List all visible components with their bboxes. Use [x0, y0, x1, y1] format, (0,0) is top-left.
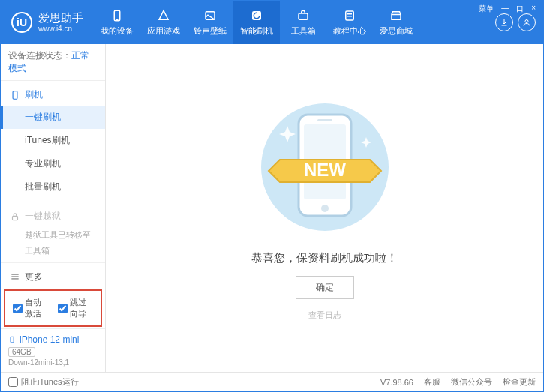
nav-apps[interactable]: 应用游戏 — [140, 1, 187, 44]
svg-rect-20 — [317, 119, 332, 121]
svg-rect-11 — [13, 216, 18, 220]
success-message: 恭喜您，保资料刷机成功啦！ — [251, 251, 398, 265]
ok-button[interactable]: 确定 — [296, 276, 354, 299]
footer-link-support[interactable]: 客服 — [424, 376, 440, 388]
device-block[interactable]: iPhone 12 mini 64GB Down-12mini-13,1 — [1, 328, 105, 372]
sidebar-menu: 刷机 一键刷机 iTunes刷机 专业刷机 批量刷机 一键越狱 越狱工具已转移至… — [1, 81, 105, 288]
svg-point-19 — [321, 205, 329, 212]
app-url: www.i4.cn — [38, 25, 83, 33]
nav-label: 爱思商城 — [380, 25, 413, 37]
view-log-link[interactable]: 查看日志 — [308, 310, 341, 321]
main-content: NEW 恭喜您，保资料刷机成功啦！ 确定 查看日志 — [106, 44, 543, 372]
apps-icon — [157, 9, 170, 22]
footer-link-wechat[interactable]: 微信公众号 — [451, 376, 492, 388]
footer: 阻止iTunes运行 V7.98.66 客服 微信公众号 检查更新 — [1, 372, 543, 391]
menu-btn[interactable]: 菜单 — [477, 4, 495, 14]
svg-point-9 — [525, 20, 528, 23]
maximize-btn[interactable]: 口 — [515, 4, 525, 14]
nav-label: 我的设备 — [101, 25, 134, 37]
connection-label: 设备连接状态： — [8, 50, 71, 61]
logo-icon: iU — [11, 12, 32, 33]
window-controls: 菜单 — 口 × — [477, 4, 537, 14]
wallpaper-icon — [203, 9, 217, 22]
flash-icon — [250, 9, 263, 22]
options-row: 自动激活 跳过向导 — [4, 289, 102, 327]
section-head-more[interactable]: 更多 — [1, 266, 105, 288]
device-subtitle: Down-12mini-13,1 — [8, 358, 98, 367]
list-icon — [10, 271, 20, 282]
phone-icon — [110, 9, 124, 22]
nav-toolbox[interactable]: 工具箱 — [280, 1, 326, 44]
store-icon — [389, 9, 403, 22]
app-window: 菜单 — 口 × iU 爱思助手 www.i4.cn 我的设备 应用游戏 铃声壁… — [0, 0, 544, 392]
body: 设备连接状态：正常模式 刷机 一键刷机 iTunes刷机 专业刷机 批量刷机 — [1, 44, 543, 372]
device-name: iPhone 12 mini — [8, 334, 98, 345]
auto-activate-input[interactable] — [13, 304, 23, 313]
phone-outline-icon — [10, 90, 20, 100]
svg-rect-10 — [13, 91, 17, 99]
svg-text:NEW: NEW — [304, 160, 346, 180]
storage-badge: 64GB — [8, 347, 35, 357]
section-title: 刷机 — [25, 88, 43, 101]
checkbox-label: 阻止iTunes运行 — [21, 376, 79, 388]
version-label: V7.98.66 — [380, 378, 413, 387]
nav-label: 教程中心 — [333, 25, 366, 37]
section-title: 一键越狱 — [25, 210, 61, 223]
account-button[interactable] — [518, 13, 536, 31]
nav-store[interactable]: 爱思商城 — [373, 1, 419, 44]
section-flash: 刷机 一键刷机 iTunes刷机 专业刷机 批量刷机 — [1, 81, 105, 202]
phone-small-icon — [8, 334, 16, 345]
download-icon — [500, 18, 509, 27]
svg-rect-15 — [11, 337, 14, 343]
sidebar-item-pro-flash[interactable]: 专业刷机 — [1, 152, 105, 175]
sidebar-item-batch-flash[interactable]: 批量刷机 — [1, 175, 105, 199]
nav-label: 工具箱 — [291, 25, 316, 37]
section-title: 更多 — [25, 271, 43, 283]
nav-label: 智能刷机 — [240, 25, 273, 37]
close-btn[interactable]: × — [530, 4, 537, 14]
download-button[interactable] — [495, 13, 513, 31]
logo-block: iU 爱思助手 www.i4.cn — [1, 12, 94, 33]
jailbreak-note-2: 工具箱 — [1, 243, 105, 259]
lock-icon — [10, 211, 20, 222]
jailbreak-note-1: 越狱工具已转移至 — [1, 227, 105, 243]
sidebar-item-itunes-flash[interactable]: iTunes刷机 — [1, 129, 105, 152]
checkbox-label: 跳过向导 — [70, 297, 94, 319]
svg-rect-8 — [392, 14, 401, 19]
right-controls — [495, 13, 543, 31]
tutorial-icon — [343, 9, 356, 22]
nav-label: 应用游戏 — [147, 25, 180, 37]
nav-flash[interactable]: 智能刷机 — [233, 1, 280, 44]
minimize-btn[interactable]: — — [500, 4, 510, 14]
sidebar: 设备连接状态：正常模式 刷机 一键刷机 iTunes刷机 专业刷机 批量刷机 — [1, 44, 106, 372]
user-icon — [522, 18, 531, 27]
svg-rect-4 — [299, 13, 308, 19]
nav-tutorials[interactable]: 教程中心 — [326, 1, 373, 44]
block-itunes-input[interactable] — [8, 377, 18, 387]
phone-new-icon: NEW — [242, 96, 407, 238]
skip-guide-checkbox[interactable]: 跳过向导 — [58, 297, 94, 319]
nav-label: 铃声壁纸 — [194, 25, 227, 37]
top-nav: 我的设备 应用游戏 铃声壁纸 智能刷机 工具箱 教程中心 — [94, 1, 495, 44]
section-head-flash[interactable]: 刷机 — [1, 84, 105, 106]
sidebar-item-oneclick-flash[interactable]: 一键刷机 — [1, 106, 105, 129]
success-illustration: NEW — [242, 96, 407, 241]
section-head-jailbreak: 一键越狱 — [1, 205, 105, 227]
section-more: 更多 其他工具 下载固件 高级功能 — [1, 263, 105, 288]
app-title: 爱思助手 — [38, 12, 83, 25]
device-name-text: iPhone 12 mini — [20, 334, 79, 345]
block-itunes-checkbox[interactable]: 阻止iTunes运行 — [8, 376, 79, 388]
section-jailbreak: 一键越狱 越狱工具已转移至 工具箱 — [1, 202, 105, 263]
nav-my-device[interactable]: 我的设备 — [94, 1, 140, 44]
nav-ringtones[interactable]: 铃声壁纸 — [187, 1, 233, 44]
titlebar: iU 爱思助手 www.i4.cn 我的设备 应用游戏 铃声壁纸 智能刷机 — [1, 1, 543, 44]
auto-activate-checkbox[interactable]: 自动激活 — [13, 297, 49, 319]
footer-link-update[interactable]: 检查更新 — [503, 376, 536, 388]
connection-status: 设备连接状态：正常模式 — [1, 44, 105, 81]
toolbox-icon — [296, 9, 310, 22]
skip-guide-input[interactable] — [58, 304, 68, 313]
checkbox-label: 自动激活 — [25, 297, 49, 319]
